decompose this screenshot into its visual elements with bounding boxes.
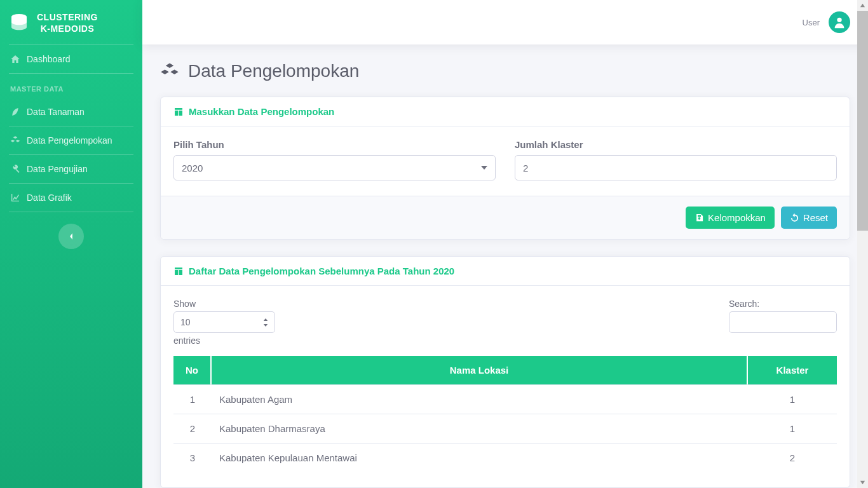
scroll-up-arrow[interactable] (857, 0, 868, 11)
sidebar-item-label: Data Pengelompokan (27, 135, 112, 146)
select-page-length[interactable]: 10 (173, 311, 275, 333)
cell-klaster: 2 (748, 443, 837, 472)
user-icon (832, 15, 846, 29)
scroll-down-arrow[interactable] (857, 477, 868, 488)
sidebar-section-master-data: MASTER DATA (0, 74, 142, 98)
sidebar-item-label: Data Grafik (27, 193, 72, 203)
sidebar-item-label: Data Tanaman (27, 107, 85, 117)
chevron-left-icon (68, 233, 74, 240)
table-icon (173, 107, 184, 117)
sidebar-item-label: Data Pengujian (27, 164, 88, 174)
select-tahun[interactable]: 2020 (173, 155, 496, 180)
user-label: User (803, 18, 820, 27)
page-heading: Data Pengelompokan (160, 61, 850, 81)
datatable-length: Show 10 entries (173, 299, 275, 346)
cell-lokasi: Kabupaten Agam (212, 384, 748, 414)
card-input-header: Masukkan Data Pengelompokan (161, 97, 850, 126)
sidebar-item-label: Dashboard (27, 54, 71, 64)
page-title: Data Pengelompokan (188, 61, 359, 81)
card-input: Masukkan Data Pengelompokan Pilih Tahun … (160, 97, 850, 240)
col-nama-lokasi[interactable]: Nama Lokasi (212, 356, 748, 384)
table-row: 3 Kabupaten Kepulauan Mentawai 2 (173, 443, 837, 472)
sidebar: CLUSTERING K-MEDOIDS Dashboard MASTER DA… (0, 0, 142, 488)
scrollbar[interactable] (857, 0, 868, 488)
cell-lokasi: Kabupaten Dharmasraya (212, 414, 748, 443)
cubes-icon (10, 135, 20, 146)
scrollbar-thumb[interactable] (857, 11, 868, 231)
col-no[interactable]: No (173, 356, 212, 384)
cell-no: 2 (173, 414, 212, 443)
sidebar-item-data-grafik[interactable]: Data Grafik (0, 184, 142, 212)
label-pilih-tahun: Pilih Tahun (173, 139, 496, 150)
chart-line-icon (10, 193, 20, 203)
show-label: Show (173, 299, 196, 309)
sidebar-item-dashboard[interactable]: Dashboard (0, 45, 142, 73)
datatable-search: Search: (729, 299, 837, 346)
svg-point-1 (837, 18, 841, 22)
table-icon (173, 266, 184, 276)
table-row: 2 Kabupaten Dharmasraya 1 (173, 414, 837, 443)
label-jumlah-klaster: Jumlah Klaster (515, 139, 837, 150)
leaf-icon (10, 107, 20, 117)
card-list-header: Daftar Data Pengelompokan Sebelumnya Pad… (161, 257, 850, 286)
cell-klaster: 1 (748, 414, 837, 443)
search-label: Search: (729, 299, 759, 309)
card-list: Daftar Data Pengelompokan Sebelumnya Pad… (160, 256, 850, 488)
search-input[interactable] (729, 311, 837, 333)
reset-button[interactable]: Reset (781, 207, 837, 229)
cell-lokasi: Kabupaten Kepulauan Mentawai (212, 443, 748, 472)
sync-icon (790, 213, 799, 222)
table-row: 1 Kabupaten Agam 1 (173, 384, 837, 414)
cell-klaster: 1 (748, 384, 837, 414)
topbar: User (142, 0, 868, 44)
cell-no: 1 (173, 384, 212, 414)
brand-link[interactable]: CLUSTERING K-MEDOIDS (0, 0, 142, 44)
sidebar-collapse-button[interactable] (58, 224, 84, 249)
sidebar-item-data-pengujian[interactable]: Data Pengujian (0, 155, 142, 183)
sidebar-item-data-tanaman[interactable]: Data Tanaman (0, 98, 142, 126)
col-klaster[interactable]: Klaster (748, 356, 837, 384)
database-icon (9, 13, 29, 33)
tools-icon (10, 164, 20, 174)
kelompokkan-button[interactable]: Kelompokkan (686, 207, 775, 229)
brand-text: CLUSTERING K-MEDOIDS (37, 11, 98, 34)
sidebar-item-data-pengelompokan[interactable]: Data Pengelompokan (0, 126, 142, 154)
entries-label: entries (173, 336, 200, 346)
user-menu[interactable] (829, 11, 850, 33)
cubes-icon (160, 62, 179, 81)
cell-no: 3 (173, 443, 212, 472)
save-icon (695, 213, 704, 222)
input-jumlah-klaster[interactable] (515, 155, 837, 180)
home-icon (10, 54, 20, 64)
data-table: No Nama Lokasi Klaster 1 Kabupaten Agam … (173, 356, 837, 472)
